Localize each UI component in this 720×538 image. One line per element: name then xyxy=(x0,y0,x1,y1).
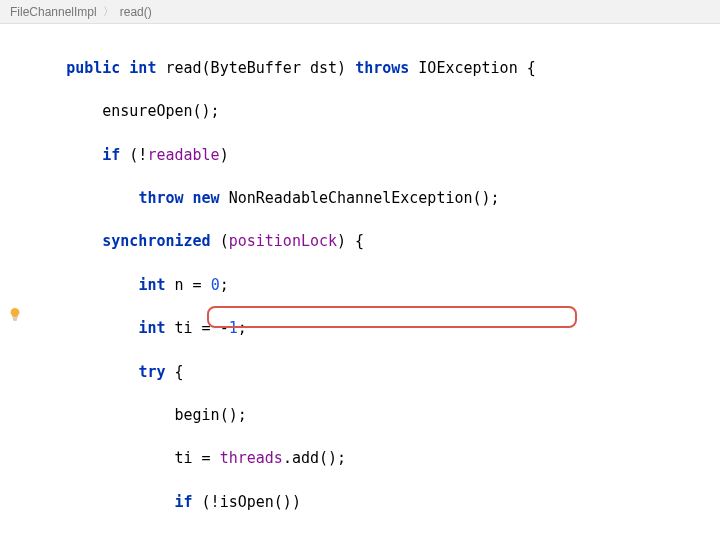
breadcrumb: FileChannelImpl 〉 read() xyxy=(0,0,720,24)
code-editor[interactable]: public int read(ByteBuffer dst) throws I… xyxy=(0,24,720,538)
svg-rect-1 xyxy=(13,320,17,321)
chevron-right-icon: 〉 xyxy=(103,4,114,19)
breadcrumb-class[interactable]: FileChannelImpl xyxy=(10,5,97,19)
intention-bulb-icon[interactable] xyxy=(8,307,22,321)
svg-rect-0 xyxy=(13,318,17,319)
breadcrumb-method[interactable]: read() xyxy=(120,5,152,19)
code-body[interactable]: public int read(ByteBuffer dst) throws I… xyxy=(30,36,720,538)
gutter xyxy=(0,24,28,538)
